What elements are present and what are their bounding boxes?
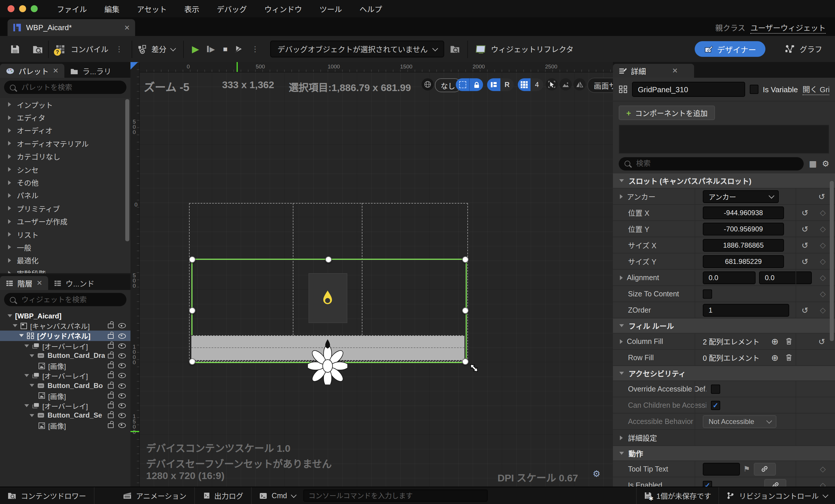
tooltip-text-input[interactable] (703, 463, 740, 475)
zorder-input[interactable]: 1 (703, 304, 789, 316)
palette-category-audio-material[interactable]: オーディオマテリアル (0, 137, 130, 150)
console-command-input[interactable] (303, 489, 488, 502)
anchor-dropdown[interactable]: アンカー (703, 190, 779, 203)
position-y-input[interactable]: -700.956909 (703, 222, 784, 235)
display-filter-icon[interactable]: ▦ (809, 159, 816, 168)
tab-hierarchy[interactable]: 階層 ✕ (0, 276, 48, 290)
collapse-arrow-icon[interactable] (13, 324, 17, 327)
palette-category-user-created[interactable]: ユーザーが作成 (0, 215, 130, 228)
maximize-window-button[interactable] (31, 5, 38, 12)
frame-skip-button[interactable]: ▶ (207, 45, 215, 53)
menu-tools[interactable]: ツール (311, 3, 351, 14)
screen-size-dropdown[interactable]: 画面サ (587, 78, 613, 93)
lock-icon[interactable] (108, 324, 114, 328)
add-element-icon[interactable]: ⊕ (771, 336, 778, 346)
visibility-eye-icon[interactable] (118, 363, 126, 368)
image-widget-preview[interactable] (308, 273, 347, 323)
expand-arrow-icon[interactable] (620, 339, 623, 344)
palette-category-editor[interactable]: エディタ (0, 111, 130, 124)
cmd-dropdown[interactable]: Cmd (251, 487, 303, 504)
add-element-icon[interactable]: ⊕ (771, 352, 778, 363)
section-fill-rules[interactable]: フィル ルール (613, 318, 835, 334)
bind-diamond-icon[interactable]: ◇ (820, 257, 826, 266)
lock-icon[interactable] (108, 394, 114, 398)
debug-object-dropdown[interactable]: デバッグオブジェクトが選択されていません (270, 41, 444, 57)
selection-handle[interactable] (189, 307, 196, 314)
selection-outline-lock-toggle[interactable] (456, 78, 483, 91)
asset-tab-wbp-aicard[interactable]: WBP_Aicard* ✕ (7, 19, 135, 36)
palette-category-panel[interactable]: パネル (0, 189, 130, 202)
reset-to-default-icon[interactable]: ↺ (802, 224, 808, 234)
details-search-input[interactable] (635, 159, 798, 168)
tab-details[interactable]: 詳細 ✕ (613, 64, 694, 78)
content-drawer-button[interactable]: コンテンツドロワー (0, 487, 94, 504)
grid-snap-size-label[interactable]: 4 (531, 78, 543, 91)
size-y-input[interactable]: 681.985229 (703, 255, 784, 268)
visibility-eye-icon[interactable] (118, 323, 126, 328)
reset-to-default-icon[interactable]: ↺ (802, 305, 808, 315)
section-advanced-collapsed[interactable]: 詳細設定 (613, 430, 835, 446)
open-grid-link[interactable]: 開く Gri (802, 83, 829, 95)
lock-icon[interactable] (108, 404, 114, 408)
lock-icon[interactable] (469, 78, 483, 91)
output-log-button[interactable]: 出力ログ (196, 487, 251, 504)
grid-snap-toggle[interactable]: 4 (518, 78, 543, 91)
details-tab-close-icon[interactable]: ✕ (672, 67, 678, 75)
expand-arrow-icon[interactable] (8, 180, 11, 185)
lock-icon[interactable] (108, 334, 114, 338)
reset-to-default-icon[interactable]: ↺ (818, 337, 825, 346)
tab-palette[interactable]: パレット ✕ (0, 64, 64, 78)
delete-elements-icon[interactable] (786, 354, 792, 361)
preview-background-image-icon[interactable] (559, 78, 572, 90)
bind-link-button[interactable] (764, 479, 786, 487)
palette-category-audio[interactable]: オーディオ (0, 124, 130, 137)
selection-handle[interactable] (189, 358, 196, 365)
bind-diamond-icon[interactable]: ◇ (820, 241, 826, 249)
tree-row-overlay-3[interactable]: [オーバーレイ] (0, 401, 130, 410)
can-children-checkbox[interactable] (711, 401, 720, 410)
parent-class-link[interactable]: ユーザーウィジェット (751, 22, 826, 34)
tree-row-image-2[interactable]: [画像] (0, 390, 130, 401)
tree-row-image-1[interactable]: [画像] (0, 361, 130, 370)
dashed-outline-icon[interactable] (456, 78, 469, 91)
add-component-button[interactable]: + コンポーネントを追加 (619, 105, 715, 120)
diff-dropdown-icon[interactable] (170, 45, 176, 51)
hierarchy-search[interactable] (4, 293, 126, 306)
layout-bars-icon[interactable] (487, 78, 501, 91)
lock-icon[interactable] (108, 344, 114, 348)
selection-handle[interactable] (462, 256, 469, 263)
animation-button[interactable]: アニメーション (115, 487, 195, 504)
is-variable-checkbox[interactable] (750, 85, 758, 94)
tree-row-overlay-1[interactable]: [オーバーレイ] (0, 341, 130, 350)
reset-to-default-icon[interactable]: ↺ (802, 240, 808, 250)
diff-button[interactable]: 差分 (151, 43, 166, 55)
dpi-settings-gear-icon[interactable]: ⚙ (593, 469, 600, 479)
reset-to-default-icon[interactable]: ↺ (802, 208, 808, 217)
palette-category-synth[interactable]: シンセ (0, 163, 130, 176)
menu-view[interactable]: 表示 (176, 3, 208, 14)
compile-options-icon[interactable]: ⋮ (112, 45, 126, 53)
lock-icon[interactable] (108, 364, 114, 368)
lock-icon[interactable] (108, 424, 114, 428)
localization-globe-icon[interactable] (422, 78, 434, 90)
reset-to-default-icon[interactable]: ↺ (818, 192, 825, 201)
bind-diamond-icon[interactable]: ◇ (820, 289, 826, 298)
expand-arrow-icon[interactable] (620, 435, 623, 440)
compile-status-icon[interactable]: ? (56, 45, 64, 53)
expand-arrow-icon[interactable] (8, 102, 11, 107)
reset-to-default-icon[interactable]: ↺ (802, 257, 808, 266)
visibility-eye-icon[interactable] (118, 343, 126, 348)
bind-diamond-icon[interactable]: ◇ (820, 465, 826, 473)
palette-category-other[interactable]: その他 (0, 176, 130, 189)
palette-category-optimization[interactable]: 最適化 (0, 254, 130, 267)
collapse-arrow-icon[interactable] (24, 344, 29, 347)
hierarchy-search-input[interactable] (20, 295, 104, 304)
close-window-button[interactable] (7, 5, 15, 12)
tree-row-button-card-dra[interactable]: Button_Card_Dra (0, 351, 130, 361)
collapse-arrow-icon[interactable] (7, 314, 12, 317)
visibility-eye-icon[interactable] (118, 423, 126, 428)
palette-search-input[interactable] (20, 83, 104, 92)
expand-arrow-icon[interactable] (8, 115, 11, 120)
selection-handle[interactable] (189, 256, 196, 263)
expand-arrow-icon[interactable] (8, 141, 11, 146)
